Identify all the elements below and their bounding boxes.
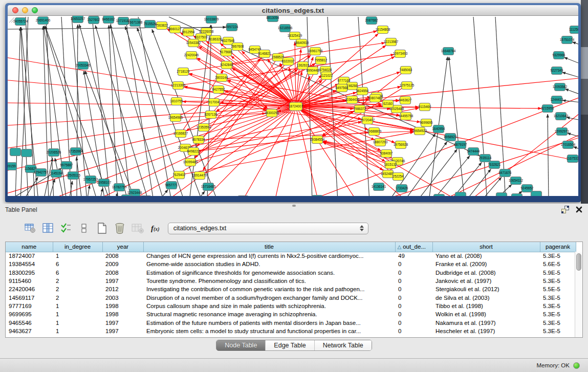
delete-table-icon[interactable] bbox=[113, 222, 126, 234]
graph-node[interactable]: 2935114 bbox=[479, 155, 492, 162]
cell-pagerank[interactable]: 5.3E-5 bbox=[540, 277, 576, 285]
graph-node[interactable]: 12942757 bbox=[34, 169, 49, 177]
graph-node[interactable]: 1815132 bbox=[384, 161, 397, 169]
graph-node[interactable]: 9474444 bbox=[467, 148, 480, 156]
graph-node[interactable]: 20206526 bbox=[47, 149, 61, 157]
graph-node[interactable] bbox=[512, 194, 522, 196]
graph-node[interactable]: 1640954 bbox=[432, 125, 445, 133]
column-header-short[interactable]: short bbox=[432, 242, 540, 252]
cell-short[interactable]: Tibbo et al. (1998) bbox=[432, 302, 540, 310]
graph-edge[interactable] bbox=[23, 177, 38, 196]
close-icon[interactable] bbox=[575, 206, 583, 213]
tab-edge-table[interactable]: Edge Table bbox=[265, 340, 314, 351]
column-header-out-degree[interactable]: △out_de... bbox=[395, 242, 432, 252]
cell-title[interactable]: Genome-wide association studies in ADHD. bbox=[143, 260, 395, 268]
graph-edge[interactable] bbox=[562, 100, 578, 102]
cell-pagerank[interactable]: 5.3E-5 bbox=[540, 293, 576, 301]
close-button[interactable] bbox=[12, 7, 18, 13]
cell-title[interactable]: Disruption of a novel member of a sodium… bbox=[143, 293, 395, 301]
graph-node[interactable] bbox=[238, 196, 249, 196]
graph-node[interactable]: 14136141 bbox=[372, 183, 386, 191]
table-row[interactable]: 1938455462009Genome-wide association stu… bbox=[6, 260, 576, 268]
cell-pagerank[interactable]: 5.3E-5 bbox=[540, 302, 576, 310]
network-window-titlebar[interactable]: citations_edges.txt bbox=[8, 5, 578, 16]
graph-node[interactable]: 15716485 bbox=[201, 183, 216, 191]
graph-node[interactable] bbox=[434, 194, 445, 196]
graph-node[interactable]: 18325419 bbox=[288, 32, 302, 40]
cell-year[interactable]: 1998 bbox=[102, 310, 143, 318]
graph-edge[interactable] bbox=[564, 57, 578, 64]
graph-node[interactable]: 7563822 bbox=[156, 22, 168, 30]
graph-edge[interactable] bbox=[567, 117, 578, 120]
graph-node[interactable]: 10653257 bbox=[71, 16, 85, 23]
graph-node[interactable]: 8660127 bbox=[169, 26, 182, 33]
graph-node[interactable]: 15751074 bbox=[560, 36, 575, 44]
graph-edge[interactable] bbox=[572, 42, 578, 45]
graph-edge[interactable] bbox=[87, 185, 90, 196]
graph-node[interactable] bbox=[21, 149, 32, 157]
graph-node[interactable]: 8678334 bbox=[192, 136, 205, 144]
graph-node[interactable]: 3824554 bbox=[356, 87, 369, 95]
graph-edge[interactable] bbox=[8, 106, 296, 128]
cell-out_degree[interactable]: 0 bbox=[395, 260, 432, 268]
cell-in_degree[interactable]: 1 bbox=[53, 252, 102, 260]
graph-node[interactable]: 18300295 bbox=[265, 110, 279, 117]
cell-in_degree[interactable]: 2 bbox=[53, 277, 102, 285]
graph-node[interactable]: 15992971 bbox=[555, 128, 570, 136]
graph-edge[interactable] bbox=[417, 149, 457, 196]
split-handle[interactable] bbox=[292, 205, 296, 207]
graph-edge[interactable] bbox=[568, 133, 578, 137]
graph-node[interactable]: 6879197 bbox=[454, 141, 467, 149]
cell-short[interactable]: Stergiakouli et al. (2012) bbox=[432, 285, 540, 293]
graph-node[interactable] bbox=[141, 196, 151, 196]
graph-edge[interactable] bbox=[8, 106, 296, 179]
cell-title[interactable]: Investigating the contribution of common… bbox=[143, 285, 395, 293]
graph-node[interactable]: 7515526 bbox=[144, 20, 157, 28]
graph-node[interactable]: 1145194 bbox=[50, 170, 63, 178]
cell-year[interactable]: 2012 bbox=[102, 285, 143, 293]
graph-hub-node[interactable]: 18724007 bbox=[289, 102, 303, 111]
cell-name[interactable]: 18300295 bbox=[6, 269, 53, 277]
graph-node[interactable]: 7625402 bbox=[173, 171, 186, 179]
graph-node[interactable]: 12353594 bbox=[197, 124, 211, 132]
graph-node[interactable] bbox=[531, 191, 542, 196]
cell-title[interactable]: Corpus callosum shape and size in male p… bbox=[143, 302, 395, 310]
select-columns-icon[interactable] bbox=[59, 222, 73, 234]
table-row[interactable]: 946362711997Embryonic stem cells: a mode… bbox=[6, 327, 576, 335]
graph-edge[interactable] bbox=[125, 17, 154, 196]
cell-title[interactable]: Structural magnetic resonance image aver… bbox=[143, 310, 395, 318]
cell-short[interactable]: Wolkin et al. (1998) bbox=[432, 310, 540, 318]
graph-node[interactable]: 1527602 bbox=[88, 16, 100, 24]
cell-in_degree[interactable]: 1 bbox=[53, 310, 102, 318]
graph-edge[interactable] bbox=[565, 89, 578, 95]
cell-title[interactable]: Changes of HCN gene expression and I(f) … bbox=[143, 252, 395, 260]
graph-node[interactable]: 9329966 bbox=[553, 52, 565, 59]
table-row[interactable]: 977716911998Corpus callosum shape and si… bbox=[6, 302, 576, 310]
minimize-button[interactable] bbox=[22, 7, 28, 13]
graph-node[interactable]: 1244412 bbox=[551, 96, 563, 104]
table-row[interactable]: 911546021997Tourette syndrome. Phenomeno… bbox=[6, 277, 576, 285]
graph-node[interactable] bbox=[455, 192, 466, 196]
graph-node[interactable]: 22420046 bbox=[184, 52, 199, 59]
table-row[interactable]: 946554611997Estimation of the future num… bbox=[6, 318, 576, 326]
column-header-name[interactable]: name bbox=[6, 242, 53, 252]
new-table-icon[interactable] bbox=[95, 222, 108, 234]
graph-node[interactable]: 8912954 bbox=[182, 29, 195, 36]
graph-node[interactable]: 8471676 bbox=[499, 169, 512, 177]
table-row[interactable]: 1830029562008Estimation of significance … bbox=[6, 269, 576, 277]
cell-in_degree[interactable]: 1 bbox=[53, 327, 102, 335]
graph-node[interactable]: 14495758 bbox=[399, 113, 413, 120]
cell-name[interactable]: 19384554 bbox=[6, 260, 53, 268]
graph-node[interactable]: 15720407 bbox=[360, 117, 375, 124]
graph-edge[interactable] bbox=[109, 25, 118, 196]
graph-edge[interactable] bbox=[562, 72, 578, 78]
cell-pagerank[interactable]: 5.5E-5 bbox=[540, 285, 576, 293]
graph-node[interactable]: 19099489 bbox=[183, 159, 198, 166]
cell-year[interactable]: 1997 bbox=[102, 318, 143, 326]
graph-node[interactable]: 19384554 bbox=[310, 136, 325, 144]
graph-node[interactable]: 10973493 bbox=[393, 50, 408, 58]
graph-node[interactable]: 10807487 bbox=[368, 95, 383, 102]
cell-short[interactable]: de Silva et al. (2003) bbox=[432, 293, 540, 301]
graph-edge[interactable] bbox=[573, 147, 578, 149]
cell-name[interactable]: 9465546 bbox=[6, 318, 53, 326]
